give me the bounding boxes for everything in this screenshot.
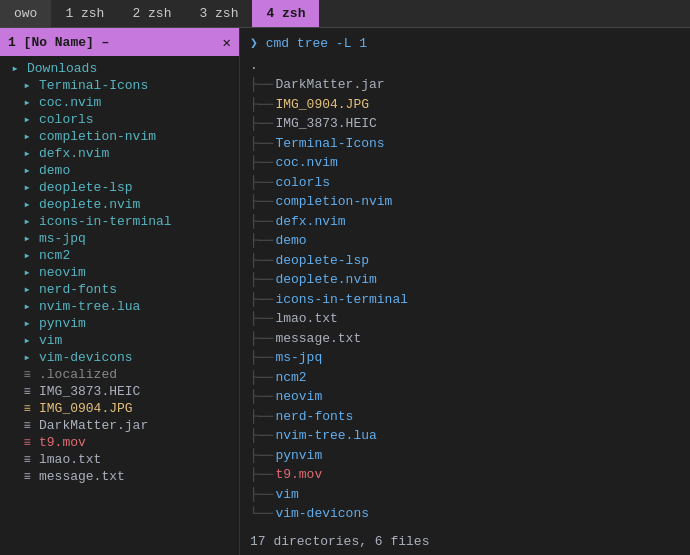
list-item[interactable]: ▸defx.nvim [0,145,239,162]
tree-connector: ├── [250,153,273,173]
item-name: .localized [39,367,117,382]
list-item[interactable]: ▸deoplete-lsp [0,179,239,196]
item-name: colorls [39,112,94,127]
tree-item-name: Terminal-Icons [275,134,384,154]
tree-row: ├── neovim [250,387,680,407]
tree-item-name: t9.mov [275,465,322,485]
tree-item-name: defx.nvim [275,212,345,232]
list-item[interactable]: ≡.localized [0,366,239,383]
right-pane: ❯ cmd tree -L 1 . ├── DarkMatter.jar├── … [240,28,690,555]
tree-row: ├── vim [250,485,680,505]
list-item[interactable]: ▸demo [0,162,239,179]
list-item[interactable]: ≡t9.mov [0,434,239,451]
list-item[interactable]: ▸icons-in-terminal [0,213,239,230]
tree-connector: ├── [250,309,273,329]
tree-item-name: icons-in-terminal [275,290,408,310]
folder-icon: ▸ [20,214,34,229]
tree-row: ├── defx.nvim [250,212,680,232]
list-item[interactable]: ▸vim-devicons [0,349,239,366]
root-name: Downloads [27,61,97,76]
folder-icon: ▸ [20,265,34,280]
item-name: lmao.txt [39,452,101,467]
file-tree: ▸ Downloads ▸Terminal-Icons▸coc.nvim▸col… [0,56,239,555]
item-name: vim-devicons [39,350,133,365]
tab-1zsh[interactable]: 1 zsh [51,0,118,27]
item-name: message.txt [39,469,125,484]
tree-item-name: DarkMatter.jar [275,75,384,95]
list-item[interactable]: ▸neovim [0,264,239,281]
tree-connector: ├── [250,407,273,427]
list-item[interactable]: ▸Terminal-Icons [0,77,239,94]
tab-bar: owo1 zsh2 zsh3 zsh4 zsh [0,0,690,28]
tab-4zsh[interactable]: 4 zsh [252,0,319,27]
item-name: t9.mov [39,435,86,450]
tree-connector: ├── [250,485,273,505]
folder-icon: ▸ [20,129,34,144]
list-item[interactable]: ≡message.txt [0,468,239,485]
list-item[interactable]: ▸deoplete.nvim [0,196,239,213]
tree-connector: └── [250,504,273,524]
item-name: completion-nvim [39,129,156,144]
tree-connector: ├── [250,75,273,95]
tree-connector: ├── [250,173,273,193]
main-area: 1 [No Name] – ✕ ▸ Downloads ▸Terminal-Ic… [0,28,690,555]
list-item[interactable]: ▸vim [0,332,239,349]
list-item[interactable]: ▸nerd-fonts [0,281,239,298]
list-item[interactable]: ≡IMG_3873.HEIC [0,383,239,400]
tree-row: ├── pynvim [250,446,680,466]
folder-icon: ▸ [20,146,34,161]
tree-item-name: completion-nvim [275,192,392,212]
tree-connector: ├── [250,387,273,407]
tree-row: ├── DarkMatter.jar [250,75,680,95]
left-header: 1 [No Name] – ✕ [0,28,239,56]
list-item[interactable]: ▸colorls [0,111,239,128]
close-button[interactable]: ✕ [223,34,231,51]
item-name: Terminal-Icons [39,78,148,93]
tree-connector: ├── [250,368,273,388]
tree-row: ├── demo [250,231,680,251]
list-item[interactable]: ▸nvim-tree.lua [0,298,239,315]
tree-connector: ├── [250,134,273,154]
tree-row: ├── t9.mov [250,465,680,485]
tab-3zsh[interactable]: 3 zsh [185,0,252,27]
tree-row: ├── ncm2 [250,368,680,388]
list-item[interactable]: ≡IMG_0904.JPG [0,400,239,417]
tree-connector: ├── [250,212,273,232]
tree-item-name: deoplete-lsp [275,251,369,271]
tree-row: ├── ms-jpq [250,348,680,368]
tree-item-name: message.txt [275,329,361,349]
item-name: vim [39,333,62,348]
terminal-output: ❯ cmd tree -L 1 . ├── DarkMatter.jar├── … [240,28,690,555]
tab-owo[interactable]: owo [0,0,51,27]
list-item[interactable]: ≡DarkMatter.jar [0,417,239,434]
tree-row: ├── deoplete-lsp [250,251,680,271]
list-item[interactable]: ▸ms-jpq [0,230,239,247]
tree-row: ├── nerd-fonts [250,407,680,427]
folder-icon: ▸ [20,316,34,331]
file-icon: ≡ [20,453,34,467]
tree-item-name: demo [275,231,306,251]
tree-connector: ├── [250,251,273,271]
item-name: ncm2 [39,248,70,263]
tree-item-name: pynvim [275,446,322,466]
list-item[interactable]: ▸pynvim [0,315,239,332]
item-name: pynvim [39,316,86,331]
tab-2zsh[interactable]: 2 zsh [118,0,185,27]
tree-connector: ├── [250,95,273,115]
tree-item-name: coc.nvim [275,153,337,173]
file-icon: ≡ [20,419,34,433]
tree-root[interactable]: ▸ Downloads [0,60,239,77]
list-item[interactable]: ▸completion-nvim [0,128,239,145]
tree-row: ├── completion-nvim [250,192,680,212]
tree-row: ├── deoplete.nvim [250,270,680,290]
tree-connector: ├── [250,231,273,251]
prompt-arrow: ❯ [250,36,266,51]
tree-connector: ├── [250,270,273,290]
list-item[interactable]: ▸coc.nvim [0,94,239,111]
tree-item-name: ncm2 [275,368,306,388]
list-item[interactable]: ≡lmao.txt [0,451,239,468]
list-item[interactable]: ▸ncm2 [0,247,239,264]
item-name: coc.nvim [39,95,101,110]
tree-row: ├── colorls [250,173,680,193]
tree-row: ├── Terminal-Icons [250,134,680,154]
